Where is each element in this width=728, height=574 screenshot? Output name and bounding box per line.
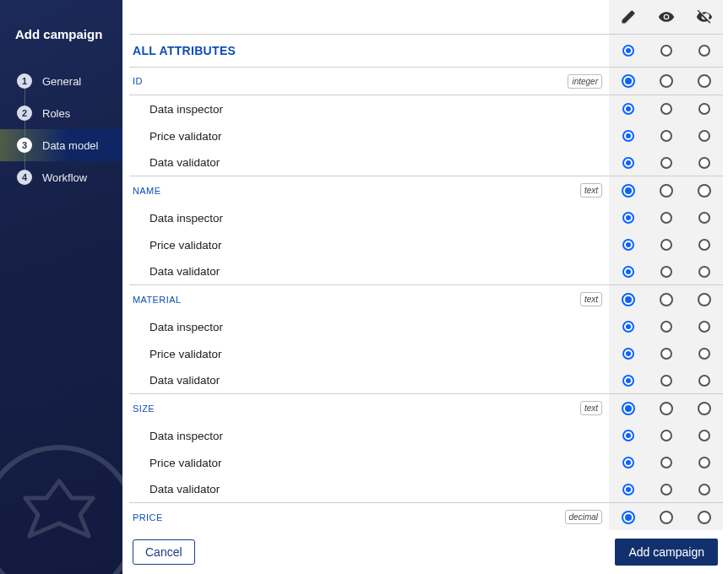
radio-col [647,367,685,393]
radio[interactable] [660,212,672,224]
radio[interactable] [698,511,711,524]
radio[interactable] [698,212,710,224]
radio[interactable] [622,321,634,333]
radio[interactable] [698,130,710,142]
wizard-step-roles[interactable]: 2Roles [0,97,122,129]
radio[interactable] [660,103,672,115]
radio[interactable] [660,239,672,251]
radio[interactable] [622,457,634,468]
radio[interactable] [622,293,635,306]
radio-col [609,394,647,422]
wizard-step-data-model[interactable]: 3Data model [0,129,122,161]
radio[interactable] [622,430,634,441]
radio-col [685,35,723,67]
radio[interactable] [622,212,634,224]
radio-col [647,149,685,176]
radio-col [647,449,685,476]
radio[interactable] [698,45,710,57]
radio[interactable] [660,484,672,495]
radio[interactable] [660,457,672,468]
radio[interactable] [622,103,634,115]
radio-col [609,340,647,367]
radio[interactable] [622,157,634,169]
radio[interactable] [622,266,634,278]
radio[interactable] [622,511,635,524]
radio-col [685,476,723,502]
radio[interactable] [698,239,710,251]
radio-col [685,394,723,422]
radio-group [609,68,723,95]
radio-col [609,313,647,340]
radio[interactable] [698,266,710,278]
radio[interactable] [660,184,673,198]
radio[interactable] [698,375,710,387]
attribute-name: PRICE [133,512,163,523]
radio[interactable] [660,402,673,415]
radio-group [609,35,723,67]
radio[interactable] [622,348,634,360]
radio[interactable] [660,293,673,306]
attributes-grid: ALL ATTRIBUTESIDintegerData inspectorPri… [122,0,728,530]
radio[interactable] [660,130,672,142]
radio[interactable] [622,239,634,251]
radio[interactable] [622,74,635,88]
radio[interactable] [698,484,710,495]
radio[interactable] [660,157,672,169]
cancel-button[interactable]: Cancel [133,539,195,565]
svg-point-0 [0,447,122,574]
radio[interactable] [698,457,710,468]
role-label: Data validator [133,156,220,169]
radio-col [647,285,685,313]
radio[interactable] [698,430,710,441]
role-row: Data validator [129,149,723,176]
radio-col [685,313,723,340]
radio[interactable] [622,184,635,198]
role-row: Data inspector [129,204,723,231]
radio-col [685,340,723,367]
role-label: Data validator [133,483,220,495]
role-row: Data validator [129,367,723,394]
type-tag: text [580,401,602,415]
radio[interactable] [660,348,672,360]
radio[interactable] [660,266,672,278]
wizard-step-workflow[interactable]: 4Workflow [0,161,122,193]
radio[interactable] [622,375,634,387]
radio[interactable] [698,402,711,415]
radio-col [647,95,685,122]
radio[interactable] [698,348,710,360]
radio[interactable] [660,74,673,88]
radio[interactable] [660,45,672,57]
radio[interactable] [622,402,635,415]
radio[interactable] [698,293,711,306]
radio-group [609,122,723,149]
role-row: Data validator [129,258,723,285]
radio-col [685,258,723,284]
type-tag: text [580,292,602,306]
radio[interactable] [698,103,710,115]
radio[interactable] [660,430,672,441]
radio[interactable] [660,375,672,387]
radio-col [609,367,647,393]
sidebar: Add campaign 1General2Roles3Data model4W… [0,0,122,574]
add-campaign-button[interactable]: Add campaign [615,539,718,566]
radio[interactable] [698,184,711,198]
radio[interactable] [698,157,710,169]
radio-col [609,285,647,313]
radio-col [609,231,647,258]
role-row: Price validator [129,122,723,149]
wizard-step-general[interactable]: 1General [0,65,122,97]
radio[interactable] [660,321,672,333]
role-row: Price validator [129,231,723,258]
role-row: Price validator [129,340,723,367]
attribute-name: SIZE [133,403,155,414]
radio[interactable] [622,130,634,142]
radio-col [685,122,723,149]
step-badge: 3 [17,138,32,153]
radio[interactable] [660,511,673,524]
radio[interactable] [698,74,711,88]
radio[interactable] [622,45,634,57]
radio-group [609,149,723,176]
radio[interactable] [698,321,710,333]
radio-group [609,422,723,449]
radio[interactable] [622,484,634,495]
